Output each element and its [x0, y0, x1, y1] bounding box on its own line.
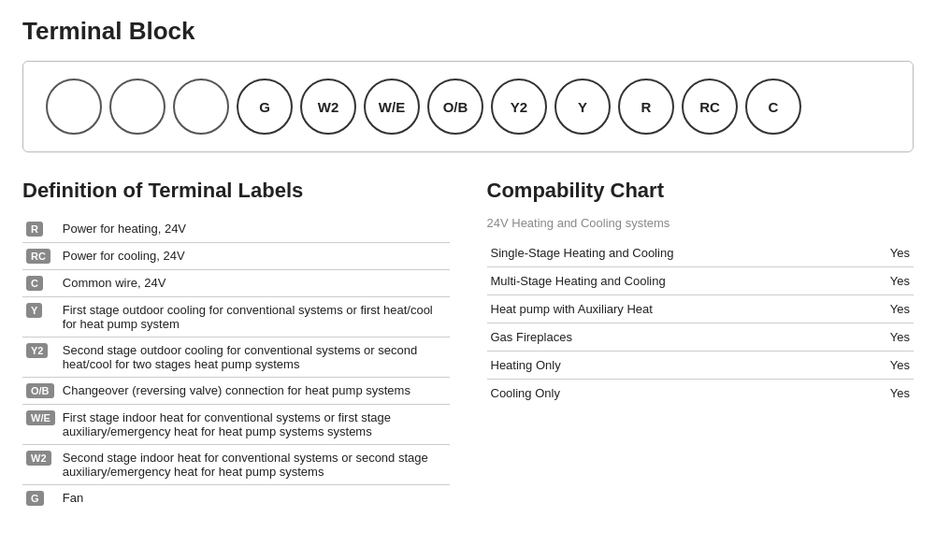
def-description: Power for heating, 24V [59, 216, 450, 243]
page-title: Terminal Block [22, 17, 914, 46]
def-badge-cell: W/E [22, 405, 59, 445]
bottom-section: Definition of Terminal Labels R Power fo… [22, 179, 914, 511]
def-badge-cell: Y2 [22, 337, 59, 378]
def-badge-cell: R [22, 216, 59, 243]
def-row: R Power for heating, 24V [22, 216, 450, 243]
def-badge: Y [26, 303, 42, 318]
compat-name: Heating Only [487, 352, 860, 380]
compat-value: Yes [860, 295, 914, 323]
compat-name: Single-Stage Heating and Cooling [487, 239, 860, 267]
def-description: Common wire, 24V [59, 270, 450, 297]
terminal-circle: Y2 [491, 79, 547, 135]
def-badge-cell: W2 [22, 445, 59, 485]
terminal-circle: C [745, 79, 801, 135]
def-badge-cell: Y [22, 297, 59, 337]
compat-name: Gas Fireplaces [487, 323, 860, 352]
def-description: Second stage outdoor cooling for convent… [59, 337, 450, 378]
compat-row: Multi-Stage Heating and Cooling Yes [487, 267, 914, 295]
def-description: First stage outdoor cooling for conventi… [59, 297, 450, 337]
terminal-circle [173, 79, 229, 135]
terminal-block-box: GW2W/EO/BY2YRRCC [22, 61, 914, 152]
def-badge: RC [26, 249, 50, 264]
def-row: O/B Changeover (reversing valve) connect… [22, 378, 450, 405]
terminal-circle: G [237, 79, 293, 135]
def-description: Power for cooling, 24V [59, 243, 450, 270]
compat-row: Heating Only Yes [487, 352, 914, 380]
compat-value: Yes [860, 352, 914, 380]
def-row: Y2 Second stage outdoor cooling for conv… [22, 337, 450, 378]
def-badge: R [26, 222, 43, 237]
compat-name: Heat pump with Auxiliary Heat [487, 295, 860, 323]
def-badge-cell: G [22, 485, 59, 512]
compat-name: Multi-Stage Heating and Cooling [487, 267, 860, 295]
compat-value: Yes [860, 323, 914, 352]
def-row: RC Power for cooling, 24V [22, 243, 450, 270]
compat-row: Cooling Only Yes [487, 380, 914, 408]
compat-value: Yes [860, 267, 914, 295]
def-description: Second stage indoor heat for conventiona… [59, 445, 450, 485]
compat-value: Yes [860, 239, 914, 267]
terminal-circle: Y [554, 79, 611, 135]
def-row: C Common wire, 24V [22, 270, 450, 297]
terminal-circle [46, 79, 102, 135]
def-row: W/E First stage indoor heat for conventi… [22, 405, 450, 445]
terminal-circle [109, 79, 166, 135]
compat-row: Heat pump with Auxiliary Heat Yes [487, 295, 914, 323]
terminal-circles: GW2W/EO/BY2YRRCC [46, 79, 890, 135]
terminal-circle: RC [682, 79, 738, 135]
terminal-circle: R [618, 79, 674, 135]
def-badge: W2 [26, 451, 51, 466]
def-row: W2 Second stage indoor heat for conventi… [22, 445, 450, 485]
def-badge-cell: RC [22, 243, 59, 270]
def-description: Fan [59, 485, 450, 512]
def-badge-cell: C [22, 270, 59, 297]
compat-value: Yes [860, 380, 914, 408]
def-description: First stage indoor heat for conventional… [59, 405, 450, 445]
compat-name: Cooling Only [487, 380, 860, 408]
compatibility-subtitle: 24V Heating and Cooling systems [487, 216, 914, 230]
def-badge: C [26, 276, 43, 291]
def-badge-cell: O/B [22, 378, 59, 405]
definitions-title: Definition of Terminal Labels [22, 179, 450, 203]
def-badge: Y2 [26, 343, 48, 358]
definitions-panel: Definition of Terminal Labels R Power fo… [22, 179, 450, 511]
terminal-circle: O/B [427, 79, 483, 135]
def-row: G Fan [22, 485, 450, 512]
def-row: Y First stage outdoor cooling for conven… [22, 297, 450, 337]
def-badge: O/B [26, 383, 54, 398]
def-badge: W/E [26, 410, 55, 425]
compatibility-title: Compability Chart [487, 179, 914, 203]
compatibility-panel: Compability Chart 24V Heating and Coolin… [487, 179, 914, 511]
terminal-circle: W/E [364, 79, 420, 135]
def-description: Changeover (reversing valve) connection … [59, 378, 450, 405]
compat-row: Single-Stage Heating and Cooling Yes [487, 239, 914, 267]
compatibility-table: Single-Stage Heating and Cooling Yes Mul… [487, 239, 914, 407]
def-badge: G [26, 491, 44, 506]
compat-row: Gas Fireplaces Yes [487, 323, 914, 352]
terminal-circle: W2 [300, 79, 356, 135]
definitions-table: R Power for heating, 24V RC Power for co… [22, 216, 450, 511]
